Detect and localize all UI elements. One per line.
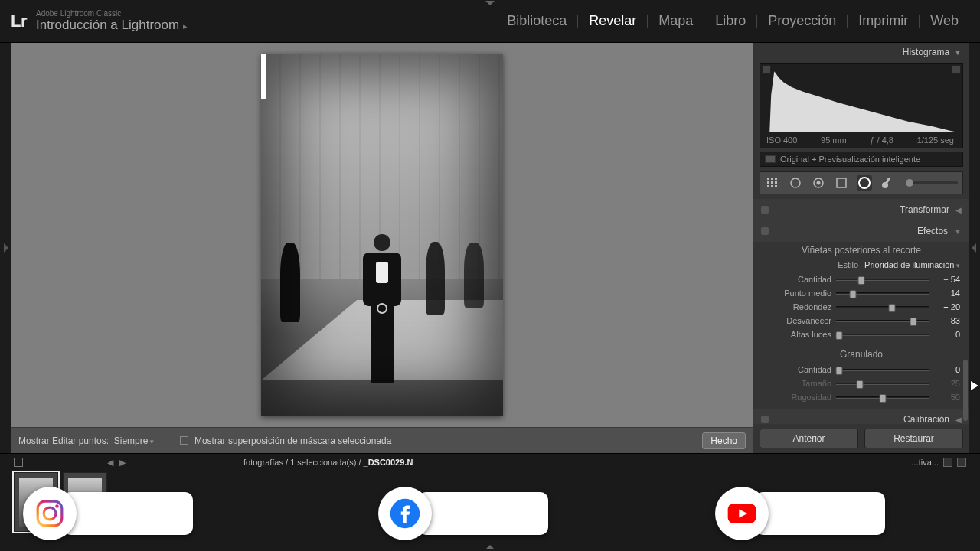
svg-rect-3 — [767, 181, 769, 184]
svg-point-13 — [859, 178, 870, 188]
module-revelar[interactable]: Revelar — [578, 13, 647, 29]
section-effects[interactable]: Efectos▼ — [753, 220, 969, 242]
clipping-highlights-icon[interactable] — [952, 65, 961, 74]
svg-rect-16 — [38, 501, 62, 526]
slider-redondez[interactable]: Redondez+ 20 — [753, 300, 969, 314]
grad-icon[interactable] — [834, 175, 849, 191]
slider-cantidad[interactable]: Cantidad0 — [753, 363, 969, 377]
preview-source-note: Original + Previsualización inteligente — [760, 152, 963, 167]
app-logo: Lr — [11, 11, 27, 31]
svg-rect-6 — [767, 185, 769, 187]
youtube-icon — [715, 487, 769, 540]
slider-desvanecer[interactable]: Desvanecer83 — [753, 314, 969, 328]
instagram-icon — [23, 487, 77, 540]
histogram[interactable]: ISO 400 95 mm ƒ / 4,8 1/125 seg. — [760, 63, 963, 148]
secondary-display-icon[interactable] — [14, 458, 23, 467]
svg-point-9 — [791, 178, 800, 187]
svg-rect-1 — [771, 178, 773, 180]
redeye-icon[interactable] — [811, 175, 826, 191]
filmstrip-options-icon[interactable] — [957, 458, 966, 467]
vignette-style-label: Estilo — [838, 260, 858, 269]
canvas-toolbar: Mostrar Editar puntos: Siempre Mostrar s… — [11, 427, 753, 453]
nav-back-icon[interactable]: ◀ — [107, 458, 113, 468]
module-picker: Biblioteca Revelar Mapa Libro Proyección… — [496, 13, 969, 29]
svg-point-11 — [817, 181, 821, 185]
overlay-youtube — [715, 487, 885, 540]
filter-label[interactable]: ...tiva... — [912, 458, 939, 467]
slider-tamaño[interactable]: Tamaño25 — [753, 377, 969, 390]
radial-icon[interactable] — [857, 175, 872, 191]
section-calibration[interactable]: Calibración◀ — [753, 409, 969, 424]
canvas-area: Mostrar Editar puntos: Siempre Mostrar s… — [11, 43, 753, 453]
previous-button[interactable]: Anterior — [760, 429, 858, 448]
module-biblioteca[interactable]: Biblioteca — [496, 13, 577, 29]
app-header: Lr Adobe Lightroom Classic Introducción … — [0, 0, 980, 43]
filter-toggle-icon[interactable] — [943, 458, 952, 467]
module-web[interactable]: Web — [920, 13, 969, 29]
module-proyeccion[interactable]: Proyección — [757, 13, 847, 29]
module-mapa[interactable]: Mapa — [648, 13, 704, 29]
right-panel-toggle[interactable] — [969, 43, 980, 453]
reset-button[interactable]: Restaurar — [864, 429, 963, 448]
nav-fwd-icon[interactable]: ▶ — [119, 458, 126, 468]
exif-focal: 95 mm — [821, 135, 847, 145]
panel-scrollbar[interactable] — [963, 360, 968, 421]
spot-icon[interactable] — [788, 175, 803, 191]
svg-rect-0 — [767, 178, 769, 180]
local-tools-strip — [760, 171, 963, 194]
grain-subheader: Granulado — [753, 346, 969, 363]
svg-point-18 — [55, 504, 58, 507]
svg-rect-7 — [771, 185, 773, 187]
tool-size-slider[interactable] — [906, 181, 958, 184]
module-imprimir[interactable]: Imprimir — [848, 13, 919, 29]
crop-icon[interactable] — [765, 175, 780, 191]
bottom-panel-toggle-icon[interactable] — [485, 545, 495, 549]
mouse-cursor-icon — [971, 381, 978, 390]
done-button[interactable]: Hecho — [702, 432, 746, 449]
svg-rect-12 — [837, 178, 846, 187]
exif-aperture: ƒ / 4,8 — [870, 135, 893, 145]
app-suite-label: Adobe Lightroom Classic — [36, 10, 188, 18]
slider-rugosidad[interactable]: Rugosidad50 — [753, 390, 969, 404]
brush-icon[interactable] — [880, 175, 895, 191]
smart-preview-icon — [765, 155, 776, 163]
svg-rect-15 — [885, 178, 890, 184]
svg-rect-2 — [775, 178, 777, 180]
mask-overlay-label: Mostrar superposición de máscara selecci… — [194, 435, 391, 446]
current-filename: _DSC0029.N — [364, 458, 413, 467]
section-transform[interactable]: Transformar◀ — [753, 199, 969, 220]
facebook-icon — [378, 487, 432, 540]
overlay-facebook — [378, 487, 548, 540]
top-panel-toggle-icon[interactable] — [481, 0, 499, 6]
overlay-instagram — [23, 487, 193, 540]
edit-points-label: Mostrar Editar puntos: — [18, 435, 109, 446]
slider-altas-luces[interactable]: Altas luces0 — [753, 328, 969, 341]
svg-point-17 — [44, 507, 56, 520]
preview-image[interactable] — [261, 54, 503, 416]
app-title[interactable]: Introducción a Lightroom ▸ — [36, 18, 188, 33]
edit-points-dropdown[interactable]: Siempre — [114, 435, 154, 446]
exif-iso: ISO 400 — [766, 135, 797, 145]
svg-rect-5 — [775, 181, 777, 184]
filmstrip-count: fotografías / 1 seleccionada(s) / — [243, 458, 361, 467]
filmstrip: ◀ ▶ fotografías / 1 seleccionada(s) / _D… — [0, 453, 980, 551]
vignette-subheader: Viñetas posteriores al recorte — [753, 242, 969, 259]
vignette-style-dropdown[interactable]: Prioridad de iluminación — [864, 260, 960, 269]
module-libro[interactable]: Libro — [704, 13, 756, 29]
exif-shutter: 1/125 seg. — [917, 135, 956, 145]
clipping-shadows-icon[interactable] — [762, 65, 771, 74]
slider-cantidad[interactable]: Cantidad− 54 — [753, 272, 969, 286]
slider-punto-medio[interactable]: Punto medio14 — [753, 286, 969, 300]
svg-rect-8 — [775, 185, 777, 187]
left-panel-toggle[interactable] — [0, 43, 11, 453]
develop-right-panel: Histograma▼ ISO 400 95 mm ƒ / 4,8 1/125 … — [753, 43, 969, 453]
histogram-header[interactable]: Histograma▼ — [753, 43, 969, 61]
svg-rect-4 — [771, 181, 773, 184]
mask-overlay-checkbox[interactable] — [180, 436, 188, 445]
